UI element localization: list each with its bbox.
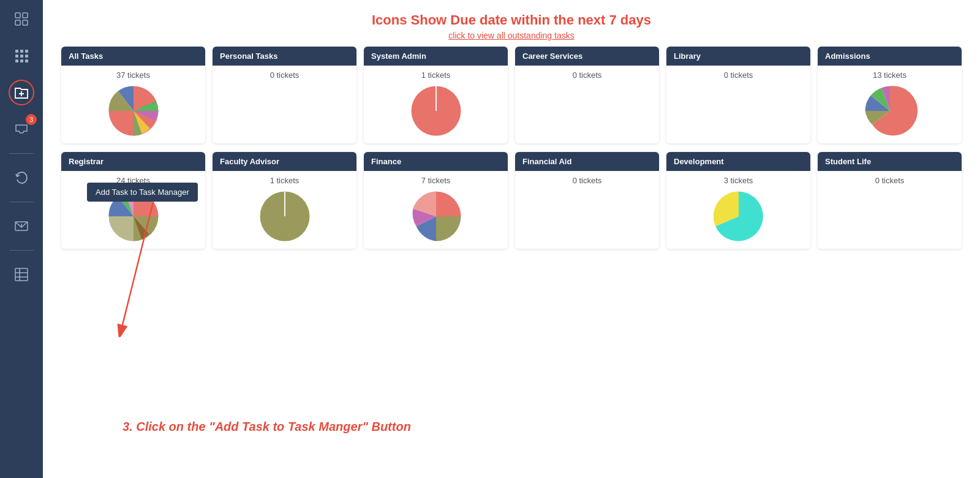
divider3	[9, 250, 34, 251]
svg-rect-5	[20, 50, 23, 53]
annotation-text: 3. Click on the "Add Task to Task Manger…	[123, 420, 411, 434]
svg-rect-6	[25, 50, 28, 53]
card-faculty-advisor[interactable]: Faculty Advisor 1 tickets	[213, 152, 356, 249]
card-title-all-tasks: All Tasks	[61, 47, 205, 66]
svg-rect-8	[20, 55, 23, 58]
card-title-student-life: Student Life	[818, 152, 962, 171]
page-subtitle[interactable]: click to view all outstanding tasks	[61, 31, 962, 40]
page-header: Icons Show Due date within the next 7 da…	[61, 12, 962, 40]
card-career-services[interactable]: Career Services 0 tickets	[515, 47, 659, 143]
chart-career-services	[560, 83, 615, 138]
chart-system-admin	[409, 83, 464, 138]
ticket-count-admissions: 13 tickets	[823, 70, 957, 80]
svg-rect-11	[20, 59, 23, 63]
chart-library	[711, 83, 766, 138]
card-body-student-life: 0 tickets	[818, 171, 962, 249]
svg-rect-17	[15, 268, 28, 281]
card-body-system-admin: 1 tickets	[364, 66, 508, 143]
card-title-financial-aid: Financial Aid	[515, 152, 659, 171]
inbox-badge: 3	[26, 114, 37, 125]
card-body-career-services: 0 tickets	[515, 66, 659, 143]
page-title: Icons Show Due date within the next 7 da…	[61, 12, 962, 28]
card-financial-aid[interactable]: Financial Aid 0 tickets	[515, 152, 659, 249]
folder-add-icon[interactable]	[9, 80, 34, 105]
card-title-library: Library	[666, 47, 810, 66]
chart-faculty-advisor	[257, 189, 312, 244]
chart-financial-aid	[560, 189, 615, 244]
chart-finance	[409, 189, 464, 244]
card-body-admissions: 13 tickets	[818, 66, 962, 143]
card-development[interactable]: Development 3 tickets	[666, 152, 810, 249]
cards-row1: All Tasks 37 tickets	[61, 47, 962, 143]
card-title-registrar: Registrar	[61, 152, 205, 171]
svg-rect-9	[25, 55, 28, 58]
card-body-finance: 7 tickets	[364, 171, 508, 249]
ticket-count-system-admin: 1 tickets	[369, 70, 503, 80]
card-system-admin[interactable]: System Admin 1 tickets	[364, 47, 508, 143]
card-personal-tasks[interactable]: Personal Tasks 0 tickets	[213, 47, 356, 143]
card-body-development: 3 tickets	[666, 171, 810, 249]
apps-icon[interactable]	[9, 43, 34, 69]
card-title-admissions: Admissions	[818, 47, 962, 66]
svg-rect-1	[23, 13, 28, 18]
divider2	[9, 202, 34, 202]
card-body-library: 0 tickets	[666, 66, 810, 143]
card-student-life[interactable]: Student Life 0 tickets	[818, 152, 962, 249]
card-library[interactable]: Library 0 tickets	[666, 47, 810, 143]
card-body-faculty-advisor: 1 tickets	[213, 171, 356, 249]
card-finance[interactable]: Finance 7 tickets	[364, 152, 508, 249]
ticket-count-library: 0 tickets	[671, 70, 805, 80]
card-title-finance: Finance	[364, 152, 508, 171]
undo-icon[interactable]	[9, 165, 34, 191]
card-body-financial-aid: 0 tickets	[515, 171, 659, 249]
svg-rect-3	[23, 20, 28, 25]
card-body-all-tasks: 37 tickets	[61, 66, 205, 143]
ticket-count-faculty-advisor: 1 tickets	[217, 176, 352, 185]
card-title-faculty-advisor: Faculty Advisor	[213, 152, 356, 171]
svg-rect-2	[15, 20, 20, 25]
svg-rect-7	[15, 55, 18, 58]
card-title-system-admin: System Admin	[364, 47, 508, 66]
ticket-count-finance: 7 tickets	[369, 176, 503, 185]
card-title-career-services: Career Services	[515, 47, 659, 66]
svg-rect-0	[15, 13, 20, 18]
grid-icon[interactable]	[9, 6, 34, 32]
chart-personal-tasks	[257, 83, 312, 138]
ticket-count-personal-tasks: 0 tickets	[217, 70, 352, 80]
card-title-development: Development	[666, 152, 810, 171]
card-all-tasks[interactable]: All Tasks 37 tickets	[61, 47, 205, 143]
card-admissions[interactable]: Admissions 13 tickets	[818, 47, 962, 143]
svg-rect-10	[15, 59, 18, 63]
divider	[9, 153, 34, 154]
mail-icon[interactable]	[9, 213, 34, 239]
inbox-icon[interactable]: 3	[9, 116, 34, 142]
svg-rect-4	[15, 50, 18, 53]
sidebar: 3	[0, 0, 43, 478]
main-content: Icons Show Due date within the next 7 da…	[43, 0, 980, 478]
ticket-count-career-services: 0 tickets	[520, 70, 654, 80]
chart-all-tasks	[106, 83, 161, 138]
card-title-personal-tasks: Personal Tasks	[213, 47, 356, 66]
table-icon[interactable]	[9, 262, 34, 287]
tooltip-add-task[interactable]: Add Task to Task Manager	[87, 183, 198, 202]
chart-student-life	[862, 189, 918, 244]
svg-rect-12	[25, 59, 28, 63]
ticket-count-student-life: 0 tickets	[823, 176, 957, 185]
ticket-count-all-tasks: 37 tickets	[66, 70, 200, 80]
card-body-personal-tasks: 0 tickets	[213, 66, 356, 143]
chart-admissions	[862, 83, 918, 138]
ticket-count-development: 3 tickets	[671, 176, 805, 185]
ticket-count-financial-aid: 0 tickets	[520, 176, 654, 185]
chart-development	[711, 189, 766, 244]
